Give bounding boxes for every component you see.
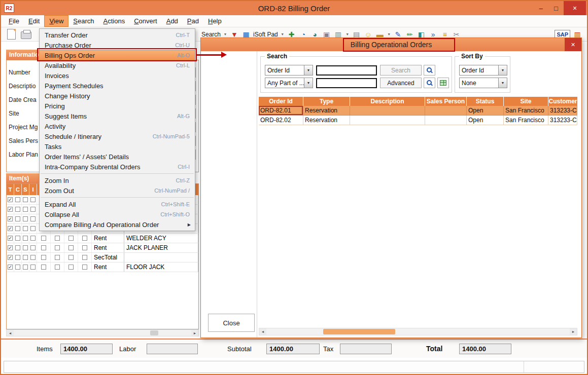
grid-column-header[interactable]: Site	[504, 97, 548, 106]
checkbox[interactable]	[55, 245, 60, 250]
menu-item[interactable]: Schedule / Itinerary Ctrl-NumPad-5	[40, 131, 195, 141]
dialog-close-button[interactable]: ×	[565, 38, 581, 51]
grid-horizontal-scrollbar[interactable]: ◄ ►	[259, 328, 577, 335]
checkbox-checked[interactable]: ✓	[8, 265, 13, 270]
list-caret-icon[interactable]: ▼	[345, 32, 350, 36]
scroll-left-icon[interactable]: ◄	[259, 328, 266, 335]
checkbox[interactable]	[23, 226, 28, 231]
checkbox[interactable]	[30, 197, 36, 202]
checkbox-checked[interactable]: ✓	[8, 255, 13, 260]
minimize-button[interactable]: –	[533, 1, 548, 15]
grid-column-header[interactable]: Order Id	[259, 97, 303, 106]
checkbox[interactable]	[68, 255, 74, 260]
search-button[interactable]: Search	[380, 65, 422, 76]
checkbox-checked[interactable]: ✓	[8, 245, 13, 250]
add-icon[interactable]: ✚	[287, 31, 296, 38]
menu-item[interactable]: Activity	[40, 121, 195, 131]
grid-column-header[interactable]: Sales Person	[425, 97, 467, 106]
menu-item[interactable]: Compare Billing And Operational Order	[40, 219, 195, 230]
tab-items[interactable]: Item(s)	[6, 173, 42, 183]
checkbox[interactable]	[41, 265, 46, 270]
print-preview-icon[interactable]: ▤	[352, 31, 361, 38]
checkbox[interactable]	[15, 245, 20, 250]
grid-row[interactable]: ORD-82.01 Reservation Open San Francisco…	[259, 106, 577, 116]
checkbox[interactable]	[68, 265, 74, 270]
close-button[interactable]: ×	[564, 1, 586, 15]
scroll-right-icon[interactable]: ►	[191, 330, 198, 336]
checkbox-checked[interactable]: ✓	[8, 197, 13, 202]
menubar-item[interactable]: File	[4, 15, 24, 27]
maximize-button[interactable]: □	[548, 1, 564, 15]
menu-item[interactable]	[40, 196, 195, 199]
scroll-left-icon[interactable]: ◄	[7, 330, 14, 336]
checkbox[interactable]	[30, 226, 36, 231]
items-table-row[interactable]: ✓ Rent JACK PLANER	[7, 243, 198, 253]
checkbox[interactable]	[15, 216, 20, 221]
menubar-item[interactable]: Edit	[24, 15, 44, 27]
checkbox[interactable]	[82, 255, 87, 260]
checkbox[interactable]	[30, 236, 36, 241]
globe-icon[interactable]: ◕	[310, 31, 320, 38]
search-preview-icon-button[interactable]	[424, 65, 435, 76]
checkbox[interactable]	[15, 207, 20, 212]
checkbox[interactable]	[15, 197, 20, 202]
scrollbar-thumb[interactable]	[323, 329, 395, 334]
items-table-row[interactable]: ✓ Rent WELDER ACY	[7, 234, 198, 243]
checkbox[interactable]	[23, 197, 28, 202]
checkbox[interactable]	[30, 255, 36, 260]
checkbox[interactable]	[23, 216, 28, 221]
menu-item[interactable]: Zoom Out Ctrl-NumPad /	[40, 185, 195, 196]
items-table-row[interactable]: ✓ SecTotal	[7, 253, 198, 262]
checkbox[interactable]	[15, 236, 20, 241]
menu-item[interactable]	[40, 172, 195, 175]
menu-item[interactable]: Expand All Ctrl+Shift-E	[40, 199, 195, 209]
menu-item[interactable]: Order Items' / Assets' Details	[40, 152, 195, 162]
menu-item[interactable]: Invoices	[40, 70, 195, 81]
menubar-item[interactable]: View	[44, 15, 68, 27]
menubar-item[interactable]: Actions	[99, 15, 130, 27]
checkbox-checked[interactable]: ✓	[8, 207, 13, 212]
chevron-down-icon[interactable]: ▼	[498, 78, 507, 88]
checkbox-checked[interactable]: ✓	[8, 216, 13, 221]
menubar-item[interactable]: Convert	[129, 15, 162, 27]
chevron-down-icon[interactable]: ▼	[304, 65, 313, 75]
menu-item[interactable]: Transfer Order Ctrl-T	[40, 30, 195, 40]
truck-icon[interactable]: ◧	[417, 31, 426, 38]
checkbox[interactable]	[41, 236, 46, 241]
menubar-item[interactable]: Add	[162, 15, 183, 27]
notes-icon[interactable]: ≡	[440, 31, 449, 38]
checkbox[interactable]	[82, 245, 87, 250]
chevrons-icon[interactable]: »	[429, 31, 438, 38]
checkbox[interactable]	[41, 245, 46, 250]
menubar-item[interactable]: Pad	[183, 15, 203, 27]
menubar-item[interactable]: Help	[203, 15, 226, 27]
printer-icon[interactable]	[21, 31, 31, 39]
checkbox[interactable]	[41, 255, 46, 260]
menubar-item[interactable]: Search	[68, 15, 98, 27]
menu-item[interactable]: Zoom In Ctrl-Z	[40, 175, 195, 185]
caret-icon[interactable]: ▼	[387, 32, 391, 36]
checkbox[interactable]	[23, 255, 28, 260]
stamp-icon[interactable]: ▣	[322, 31, 331, 38]
menu-item[interactable]: Purchase Order Ctrl-U	[40, 40, 195, 50]
pad-label[interactable]: iSoft Pad	[253, 31, 278, 38]
red-flag-icon[interactable]: ▼	[230, 31, 239, 38]
menu-item[interactable]: Intra-Company Subrental Orders Ctrl-I	[40, 162, 195, 172]
grid-row[interactable]: ORD-82.02 Reservation Open San Francisco…	[259, 116, 577, 125]
checkbox[interactable]	[55, 236, 60, 241]
menu-item[interactable]: Collapse All Ctrl+Shift-O	[40, 209, 195, 219]
checkbox-checked[interactable]: ✓	[8, 236, 13, 241]
pad-caret-icon[interactable]: ▼	[281, 32, 285, 36]
money-icon[interactable]: ▬	[375, 31, 385, 38]
grid-column-header[interactable]: Type	[303, 97, 350, 106]
items-table-row[interactable]: ✓ Rent FLOOR JACK	[7, 262, 198, 272]
smiley-icon[interactable]: ☺	[364, 31, 373, 38]
grid-column-header[interactable]: Customer	[548, 97, 577, 106]
availability-icon[interactable]: ◔	[299, 31, 308, 38]
checkbox[interactable]	[15, 265, 20, 270]
grid-column-header[interactable]: Description	[350, 97, 425, 106]
scroll-right-icon[interactable]: ►	[570, 328, 577, 335]
checkbox[interactable]	[30, 216, 36, 221]
menu-item[interactable]: Billing Ops Order Alt-O	[40, 50, 195, 60]
checkbox[interactable]	[23, 236, 28, 241]
